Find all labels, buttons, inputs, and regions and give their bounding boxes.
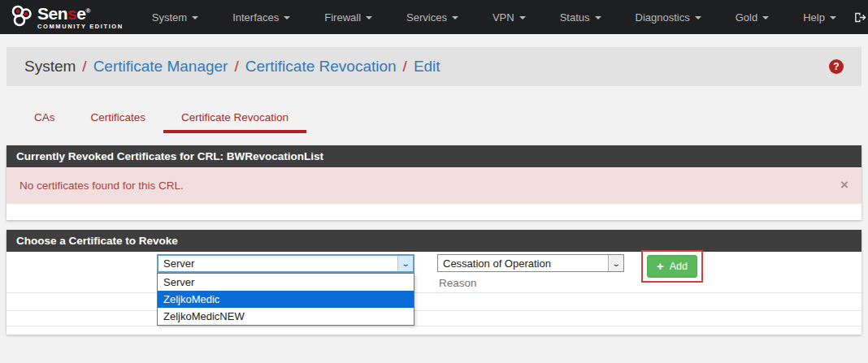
option-zeljkomedicnew[interactable]: ZeljkoMedicNEW [158,308,414,325]
tab-cas[interactable]: CAs [16,106,73,133]
menu-diagnostics[interactable]: Diagnostics [618,0,718,34]
logout-icon[interactable] [853,11,867,24]
add-button-label: Add [670,261,688,272]
pfsense-logo[interactable]: Sense® COMMUNITY EDITION [10,4,124,31]
reason-select-value: Cessation of Operation [438,255,608,271]
chevron-down-icon[interactable]: ⌄ [397,256,413,271]
close-icon[interactable]: × [840,178,848,192]
menu-interfaces[interactable]: Interfaces [215,0,307,34]
caret-down-icon [519,16,526,19]
reason-label: Reason [439,277,477,289]
chevron-down-icon[interactable]: ⌄ [608,255,623,271]
caret-down-icon [192,16,198,19]
tab-certificate-revocation[interactable]: Certificate Revocation [163,106,306,133]
menu-system[interactable]: System [135,0,215,34]
option-server[interactable]: Server [158,274,414,291]
breadcrumb-separator: / [234,58,238,76]
help-icon[interactable]: ? [829,59,844,74]
reason-select[interactable]: Cessation of Operation ⌄ [437,254,624,272]
certificate-option-list: Server ZeljkoMedic ZeljkoMedicNEW [157,273,414,326]
revoked-certificates-panel: Currently Revoked Certificates for CRL: … [7,145,861,220]
breadcrumb-separator: / [82,58,86,76]
add-button[interactable]: + Add [647,255,697,278]
certificate-select[interactable]: Server ⌄ [157,254,414,273]
caret-down-icon [830,16,836,19]
tab-bar: CAs Certificates Certificate Revocation [7,106,861,133]
no-certificates-alert: No certificates found for this CRL. × [7,167,861,204]
row-divider [7,310,861,311]
main-menu: System Interfaces Firewall Services VPN … [135,0,853,34]
alert-text: No certificates found for this CRL. [20,179,184,192]
menu-status[interactable]: Status [543,0,618,34]
breadcrumb-certificate-manager[interactable]: Certificate Manager [93,58,228,76]
menu-firewall[interactable]: Firewall [307,0,389,34]
caret-down-icon [762,16,769,19]
breadcrumb-certificate-revocation[interactable]: Certificate Revocation [245,58,397,76]
menu-services[interactable]: Services [389,0,475,34]
plus-icon: + [657,262,664,270]
revoked-panel-body [7,204,861,220]
menu-gold[interactable]: Gold [718,0,786,34]
row-divider [7,292,861,293]
top-navbar: Sense® COMMUNITY EDITION System Interfac… [0,0,868,34]
brand-subtitle: COMMUNITY EDITION [37,24,124,30]
caret-down-icon [595,16,601,19]
annotation-highlight-box: + Add [641,250,703,283]
caret-down-icon [366,16,372,19]
breadcrumb-edit[interactable]: Edit [414,58,441,76]
breadcrumb: System / Certificate Manager / Certifica… [7,47,861,86]
certificate-select-value: Server [158,256,397,271]
breadcrumb-separator: / [403,58,407,76]
tab-certificates[interactable]: Certificates [73,106,164,133]
breadcrumb-system: System [24,58,76,76]
choose-certificate-panel: Choose a Certificate to Revoke Server ⌄ … [7,230,861,335]
caret-down-icon [284,16,290,19]
option-zeljkomedic[interactable]: ZeljkoMedic [158,291,414,308]
brand-name: Sense® [37,5,124,22]
choose-panel-body: Server ⌄ Server ZeljkoMedic ZeljkoMedicN… [7,252,861,335]
caret-down-icon [452,16,458,19]
menu-help[interactable]: Help [786,0,853,34]
choose-panel-title: Choose a Certificate to Revoke [7,230,861,252]
row-divider [7,326,861,326]
revoked-panel-title: Currently Revoked Certificates for CRL: … [7,145,861,167]
pfsense-flower-icon [10,4,34,31]
caret-down-icon [695,16,701,19]
menu-vpn[interactable]: VPN [475,0,543,34]
